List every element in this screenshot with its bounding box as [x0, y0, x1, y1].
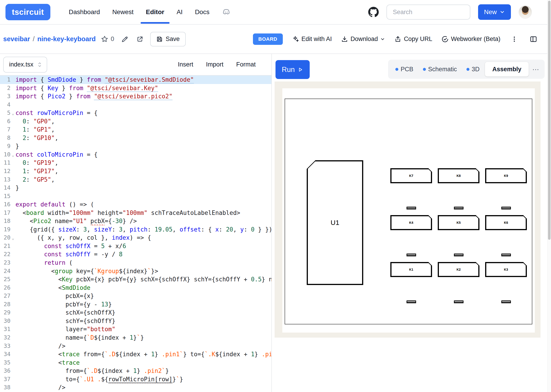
code-line[interactable]: 34 <trace from={`.D${index + 1} .pin1`} …	[0, 350, 272, 358]
up-down-chevrons-icon	[37, 62, 42, 68]
tab-pcb[interactable]: PCB	[391, 62, 417, 77]
code-line[interactable]: 13 2: "GP5",	[0, 175, 272, 184]
code-line[interactable]: 7 1: "GP1",	[0, 126, 272, 134]
code-line[interactable]: 2import { Key } from "@tsci/seveibar.Key…	[0, 84, 272, 92]
edit-with-ai-button[interactable]: Edit with AI	[292, 35, 332, 43]
copy-url-label: Copy URL	[404, 35, 432, 42]
code-line[interactable]: 18 <Pico2 name="U1" pcbX={-30} />	[0, 217, 272, 225]
avatar[interactable]	[519, 6, 532, 19]
code-line[interactable]: 26 <SmdDiode	[0, 284, 272, 292]
code-line[interactable]: 23 return (	[0, 259, 272, 267]
code-line[interactable]: 28 pcbY={y - 13}	[0, 300, 272, 309]
scrollbar-thumb[interactable]	[548, 1, 551, 240]
code-line[interactable]: 5⌄const rowToMicroPin = {	[0, 109, 272, 117]
code-line[interactable]: 9}	[0, 142, 272, 150]
menu-import[interactable]: Import	[206, 61, 223, 68]
new-button[interactable]: New	[478, 4, 511, 20]
code-line[interactable]: 30 schY={schOffY}	[0, 317, 272, 325]
star-button[interactable]	[99, 34, 110, 44]
ref-label: K4	[390, 215, 432, 230]
share-button[interactable]	[135, 34, 145, 44]
code-line[interactable]: 10⌄const colToMicroPin = {	[0, 150, 272, 159]
code-line[interactable]: 27 pcbX={x}	[0, 292, 272, 300]
code-line[interactable]: 1import { SmdDiode } from "@tsci/seveiba…	[0, 76, 272, 84]
code-line[interactable]: 25 <Key pcbX={x} pcbY={y} schX={schOffX}…	[0, 275, 272, 284]
code-line[interactable]: 32 name={`D${index + 1}`}	[0, 334, 272, 342]
code-text: const rowToMicroPin = {	[15, 109, 272, 117]
code-line[interactable]: 11 0: "GP19",	[0, 159, 272, 167]
line-number: 19	[0, 225, 10, 234]
line-number: 31	[0, 325, 10, 334]
code-text: const schOffX = 5 + x/6	[15, 242, 272, 250]
code-line[interactable]: 14}	[0, 184, 272, 192]
code-line[interactable]: 22 const schOffY = -y / 8	[0, 250, 272, 259]
code-line[interactable]: 21 const schOffX = 5 + x/6	[0, 242, 272, 250]
menu-format[interactable]: Format	[236, 61, 256, 68]
search-input[interactable]	[386, 5, 470, 20]
line-number: 3	[0, 92, 10, 101]
code-line[interactable]: 12 1: "GP17",	[0, 167, 272, 175]
download-button[interactable]: Download	[341, 35, 385, 43]
code-line[interactable]: 6 0: "GP0",	[0, 117, 272, 126]
file-select[interactable]: index.tsx	[3, 57, 47, 73]
top-navbar: tscircuit DashboardNewestEditorAIDocs Ne…	[0, 0, 551, 25]
code-line[interactable]: 8 2: "GP10",	[0, 134, 272, 142]
code-line[interactable]: 35 <trace	[0, 358, 272, 367]
kebab-menu-button[interactable]	[509, 34, 519, 44]
github-icon[interactable]	[368, 7, 379, 17]
code-line[interactable]: 24 <group key={`Kgroup${index}`}>	[0, 267, 272, 275]
code-line[interactable]: 4	[0, 101, 272, 109]
nav-link-editor[interactable]: Editor	[140, 0, 171, 24]
discord-icon[interactable]	[222, 7, 231, 17]
line-number: 4	[0, 101, 10, 109]
save-button[interactable]: Save	[150, 32, 186, 46]
line-number: 21	[0, 242, 10, 250]
nav-link-newest[interactable]: Newest	[106, 0, 140, 24]
line-number: 29	[0, 308, 10, 317]
copy-url-button[interactable]: Copy URL	[394, 35, 432, 43]
nav-link-docs[interactable]: Docs	[189, 0, 215, 24]
line-number: 17	[0, 209, 10, 217]
download-label: Download	[351, 35, 378, 42]
tab-status-dot	[395, 68, 398, 71]
code-line[interactable]: 29 schX={schOffX}	[0, 308, 272, 317]
fold-icon[interactable]: ⌄	[10, 234, 15, 242]
panel-toggle-button[interactable]	[528, 34, 539, 44]
tab-3d[interactable]: 3D	[462, 62, 484, 77]
webworker-button[interactable]: Webworker (Beta)	[441, 35, 501, 43]
component-diode	[501, 301, 511, 303]
menu-insert[interactable]: Insert	[178, 61, 193, 68]
edit-title-button[interactable]	[120, 34, 130, 44]
tabs-more-button[interactable]: ⋯	[530, 65, 541, 73]
code-line[interactable]: 33 />	[0, 342, 272, 350]
code-text: 2: "GP5",	[15, 175, 272, 184]
code-line[interactable]: 15	[0, 192, 272, 201]
nav-link-ai[interactable]: AI	[171, 0, 189, 24]
breadcrumb-name[interactable]: nine-key-keyboard	[37, 35, 96, 43]
code-line[interactable]: 3import { Pico2 } from "@tsci/seveibar.p…	[0, 92, 272, 101]
tab-assembly[interactable]: Assembly	[485, 62, 529, 77]
run-button[interactable]: Run	[275, 60, 310, 79]
breadcrumb-owner[interactable]: seveibar	[3, 35, 30, 43]
code-line[interactable]: 19 {grid({ sizeX: 3, sizeY: 3, pitch: 19…	[0, 225, 272, 234]
code-lines[interactable]: 1import { SmdDiode } from "@tsci/seveiba…	[0, 76, 272, 392]
code-text: 0: "GP19",	[15, 159, 272, 167]
code-line[interactable]: 38 />	[0, 383, 272, 392]
code-line[interactable]: 36 from={`.D${index + 1} .pin2`}	[0, 367, 272, 375]
fold-icon[interactable]: ⌄	[10, 150, 15, 159]
page-scrollbar[interactable]	[547, 0, 551, 392]
nav-link-dashboard[interactable]: Dashboard	[63, 0, 106, 24]
board-badge[interactable]: BOARD	[253, 34, 283, 45]
code-text: 0: "GP0",	[15, 117, 272, 126]
fold-icon[interactable]: ⌄	[10, 109, 15, 117]
assembly-canvas[interactable]: U1K7K8K9K4K5K6K1K2K3	[282, 88, 535, 333]
code-line[interactable]: 20⌄ ({ x, y, row, col }, index) => {	[0, 234, 272, 242]
code-text: <group key={`Kgroup${index}`}>	[15, 267, 272, 275]
tscircuit-logo[interactable]: tscircuit	[6, 4, 50, 20]
code-line[interactable]: 37 to={`.U1 .${rowToMicroPin[row]}`}	[0, 375, 272, 384]
code-line[interactable]: 16export default () => (	[0, 200, 272, 209]
tab-schematic[interactable]: Schematic	[419, 62, 461, 77]
code-line[interactable]: 31 layer="bottom"	[0, 325, 272, 334]
code-line[interactable]: 17 <board width="100mm" height="100mm" s…	[0, 209, 272, 217]
diode-stripe	[407, 254, 415, 255]
